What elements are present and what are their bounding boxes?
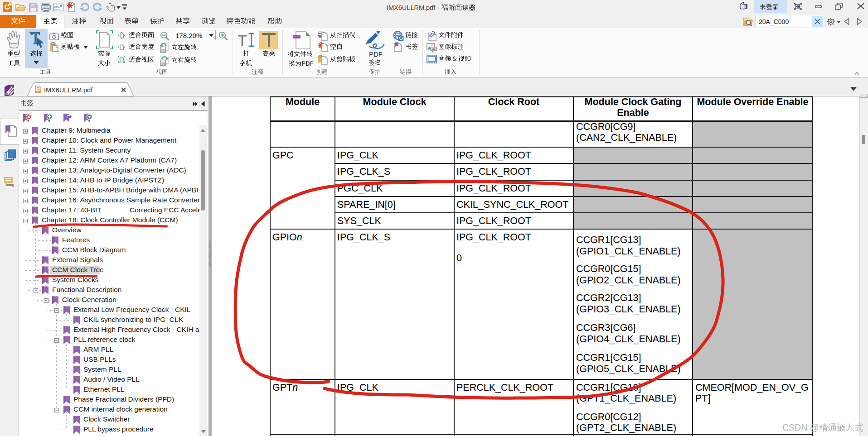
svg-text:PDF: PDF [36, 91, 40, 92]
